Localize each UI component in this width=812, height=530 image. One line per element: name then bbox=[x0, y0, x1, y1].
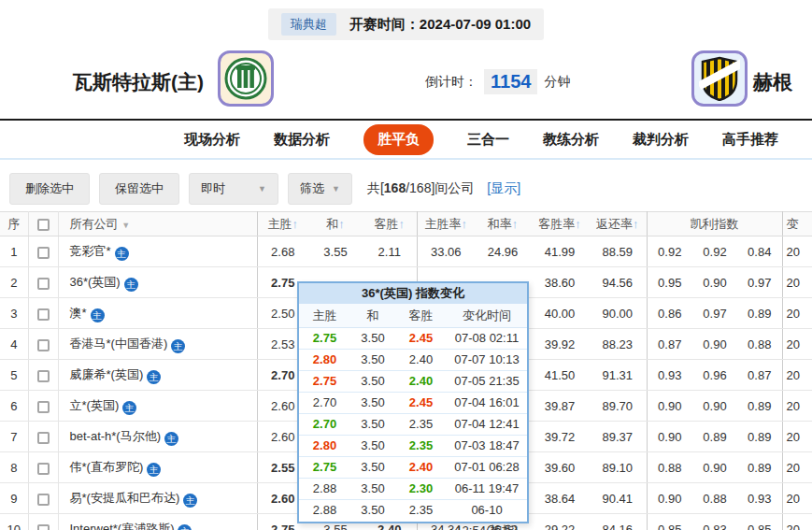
popup-row: 2.803.502.4007-07 10:13 bbox=[299, 350, 527, 371]
col-header-away-rate[interactable]: 客胜率↑ bbox=[531, 212, 589, 236]
col-header-draw[interactable]: 和↑ bbox=[308, 212, 363, 236]
change-time: 20 bbox=[782, 298, 812, 329]
col-header-draw-rate[interactable]: 和率↑ bbox=[475, 212, 531, 236]
sort-asc-icon: ↑ bbox=[575, 217, 581, 231]
popup-change-time: 06-11 19:47 bbox=[447, 479, 527, 499]
company-cell[interactable]: 威廉希*(英国)主 bbox=[58, 360, 257, 391]
tab-2[interactable]: 数据分析 bbox=[274, 131, 330, 149]
tab-1[interactable]: 现场分析 bbox=[184, 131, 240, 149]
row-checkbox[interactable] bbox=[37, 370, 50, 382]
popup-row: 2.753.502.4507-08 02:11 bbox=[299, 328, 527, 350]
return-rate: 88.59 bbox=[589, 236, 647, 267]
change-time: 20 bbox=[782, 236, 812, 267]
countdown-label: 倒计时： bbox=[425, 74, 477, 91]
popup-away-odds: 2.40 bbox=[395, 457, 447, 478]
row-checkbox[interactable] bbox=[37, 308, 50, 321]
row-number: 4 bbox=[0, 329, 28, 360]
home-badge-icon: 主 bbox=[91, 308, 105, 322]
company-cell[interactable]: 香港马*(中国香港)主 bbox=[58, 329, 257, 360]
league-badge[interactable]: 瑞典超 bbox=[281, 13, 336, 36]
filter-dropdown[interactable]: 筛选 ▼ bbox=[288, 173, 352, 205]
away-team-name: 赫根 bbox=[753, 69, 792, 95]
kelly-draw: 0.88 bbox=[692, 483, 737, 514]
home-badge-icon: 主 bbox=[115, 247, 129, 261]
top-bar: 瑞典超 开赛时间：2024-07-09 01:00 bbox=[0, 0, 812, 41]
keep-selected-button[interactable]: 保留选中 bbox=[99, 173, 179, 205]
kelly-draw: 0.90 bbox=[692, 267, 737, 298]
company-cell[interactable]: 伟*(直布罗陀)主 bbox=[58, 452, 257, 483]
filter-label: 筛选 bbox=[300, 180, 324, 197]
change-time: 20 bbox=[782, 483, 812, 514]
col-header-return-rate[interactable]: 返还率↑ bbox=[589, 212, 647, 236]
home-badge-icon: 主 bbox=[147, 370, 161, 384]
row-checkbox[interactable] bbox=[37, 247, 50, 259]
home-odds[interactable]: 2.68 bbox=[257, 236, 308, 267]
company-cell[interactable]: 立*(英国)主 bbox=[58, 391, 257, 422]
company-name: 立*(英国) bbox=[70, 398, 120, 412]
tab-5[interactable]: 教练分析 bbox=[543, 131, 599, 149]
return-rate: 89.37 bbox=[589, 422, 647, 452]
popup-draw-odds: 3.50 bbox=[350, 414, 395, 435]
select-all-checkbox[interactable] bbox=[37, 219, 50, 231]
tab-4[interactable]: 三合一 bbox=[467, 131, 509, 149]
tab-3[interactable]: 胜平负 bbox=[363, 124, 434, 155]
tab-7[interactable]: 高手推荐 bbox=[722, 131, 778, 149]
away-rate: 41.99 bbox=[531, 236, 589, 267]
chevron-down-icon: ▼ bbox=[332, 184, 340, 193]
popup-change-time: 07-04 16:01 bbox=[447, 393, 527, 413]
header-checkbox-cell bbox=[28, 212, 58, 236]
away-crest-icon bbox=[699, 56, 740, 101]
row-checkbox[interactable] bbox=[37, 494, 50, 506]
return-rate: 91.31 bbox=[589, 360, 647, 391]
show-link[interactable]: [显示] bbox=[487, 180, 520, 197]
row-checkbox[interactable] bbox=[37, 401, 50, 413]
company-cell[interactable]: 易*(安提瓜和巴布达)主 bbox=[58, 483, 257, 514]
kelly-draw: 0.97 bbox=[692, 298, 737, 329]
return-rate: 88.23 bbox=[589, 329, 647, 360]
col-header-home-rate[interactable]: 主胜率↑ bbox=[417, 212, 475, 236]
return-rate: 90.00 bbox=[589, 298, 647, 329]
return-rate: 94.56 bbox=[589, 267, 647, 298]
popup-draw-odds: 3.50 bbox=[350, 479, 395, 499]
company-cell[interactable]: Interwet*(塞浦路斯)主 bbox=[58, 514, 257, 530]
company-count-selected: 168 bbox=[384, 180, 406, 195]
col-header-company[interactable]: 所有公司 ▼ bbox=[58, 212, 257, 236]
company-name: 36*(英国) bbox=[70, 275, 121, 289]
away-rate: 40.00 bbox=[531, 298, 589, 329]
row-number: 5 bbox=[0, 360, 28, 391]
tab-6[interactable]: 裁判分析 bbox=[633, 131, 689, 149]
row-checkbox-cell bbox=[28, 514, 58, 530]
company-cell[interactable]: 36*(英国)主 bbox=[58, 267, 257, 298]
time-mode-dropdown[interactable]: 即时 ▼ bbox=[189, 173, 278, 205]
draw-odds[interactable]: 3.55 bbox=[308, 236, 363, 267]
row-checkbox[interactable] bbox=[37, 463, 50, 475]
change-time: 20 bbox=[782, 452, 812, 483]
col-header-away[interactable]: 客胜↑ bbox=[363, 212, 417, 236]
company-cell[interactable]: 竞彩官*主 bbox=[58, 236, 257, 267]
home-badge-icon: 主 bbox=[124, 278, 138, 292]
row-checkbox[interactable] bbox=[37, 524, 50, 530]
delete-selected-button[interactable]: 删除选中 bbox=[9, 173, 90, 205]
row-checkbox[interactable] bbox=[37, 339, 50, 351]
row-checkbox[interactable] bbox=[37, 432, 50, 444]
sort-asc-icon: ↑ bbox=[462, 217, 468, 231]
company-cell[interactable]: 澳*主 bbox=[58, 298, 257, 329]
popup-home-odds: 2.70 bbox=[299, 393, 350, 413]
company-cell[interactable]: bet-at-h*(马尔他)主 bbox=[58, 422, 257, 452]
row-checkbox[interactable] bbox=[37, 278, 50, 290]
away-rate: 39.60 bbox=[531, 452, 589, 483]
popup-draw-odds: 3.50 bbox=[350, 457, 395, 478]
col-header-home[interactable]: 主胜↑ bbox=[257, 212, 308, 236]
popup-change-time: 07-07 10:13 bbox=[447, 350, 527, 370]
popup-away-odds: 2.40 bbox=[395, 371, 447, 392]
kelly-away: 0.87 bbox=[737, 360, 782, 391]
popup-away-odds: 2.40 bbox=[395, 350, 447, 370]
company-name: 易*(安提瓜和巴布达) bbox=[70, 491, 180, 505]
away-odds[interactable]: 2.11 bbox=[363, 236, 417, 267]
change-time: 20 bbox=[782, 514, 812, 530]
row-checkbox-cell bbox=[28, 422, 58, 452]
popup-away-odds: 2.35 bbox=[395, 436, 447, 456]
kelly-home: 0.90 bbox=[647, 422, 692, 452]
kelly-away: 0.84 bbox=[737, 236, 782, 267]
kickoff-time: 开赛时间：2024-07-09 01:00 bbox=[349, 16, 531, 34]
